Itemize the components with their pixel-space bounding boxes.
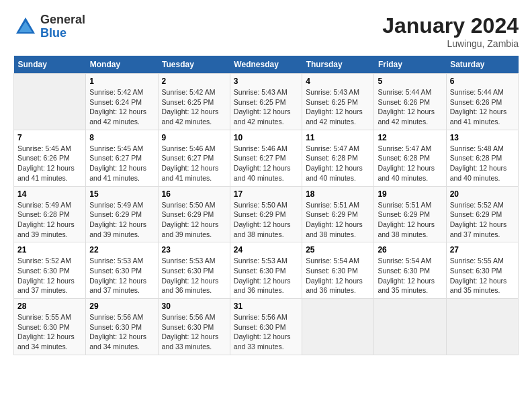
day-info: Sunrise: 5:42 AMSunset: 6:24 PMDaylight:… [89, 87, 154, 127]
day-number: 14 [17, 189, 82, 199]
day-info: Sunrise: 5:47 AMSunset: 6:28 PMDaylight:… [306, 144, 370, 183]
day-cell-3: 3Sunrise: 5:43 AMSunset: 6:25 PMDaylight… [230, 74, 302, 130]
day-number: 28 [17, 302, 82, 311]
day-info: Sunrise: 5:55 AMSunset: 6:30 PMDaylight:… [17, 312, 82, 352]
empty-cell [446, 299, 518, 355]
day-number: 19 [378, 189, 442, 199]
header-cell-tuesday: Tuesday [158, 56, 230, 74]
day-cell-10: 10Sunrise: 5:46 AMSunset: 6:27 PMDayligh… [230, 130, 302, 186]
day-info: Sunrise: 5:46 AMSunset: 6:27 PMDaylight:… [234, 144, 298, 183]
day-cell-5: 5Sunrise: 5:44 AMSunset: 6:26 PMDaylight… [374, 74, 446, 130]
day-number: 26 [378, 245, 442, 255]
day-cell-9: 9Sunrise: 5:46 AMSunset: 6:27 PMDaylight… [158, 130, 230, 186]
day-info: Sunrise: 5:56 AMSunset: 6:30 PMDaylight:… [162, 312, 226, 352]
day-cell-6: 6Sunrise: 5:44 AMSunset: 6:26 PMDaylight… [446, 74, 518, 130]
day-cell-1: 1Sunrise: 5:42 AMSunset: 6:24 PMDaylight… [86, 74, 158, 130]
day-cell-29: 29Sunrise: 5:56 AMSunset: 6:30 PMDayligh… [86, 299, 158, 355]
day-number: 12 [378, 133, 442, 142]
day-info: Sunrise: 5:56 AMSunset: 6:30 PMDaylight:… [234, 312, 298, 352]
day-cell-19: 19Sunrise: 5:51 AMSunset: 6:29 PMDayligh… [374, 186, 446, 242]
logo-general: General [40, 13, 85, 27]
day-info: Sunrise: 5:49 AMSunset: 6:29 PMDaylight:… [89, 200, 154, 240]
day-number: 2 [162, 77, 226, 86]
day-cell-11: 11Sunrise: 5:47 AMSunset: 6:28 PMDayligh… [302, 130, 374, 186]
day-cell-26: 26Sunrise: 5:54 AMSunset: 6:30 PMDayligh… [374, 242, 446, 299]
day-info: Sunrise: 5:44 AMSunset: 6:26 PMDaylight:… [378, 87, 442, 127]
day-cell-25: 25Sunrise: 5:54 AMSunset: 6:30 PMDayligh… [302, 242, 374, 299]
day-info: Sunrise: 5:44 AMSunset: 6:26 PMDaylight:… [450, 87, 515, 127]
title-block: January 2024 Luwingu, Zambia [382, 13, 519, 49]
day-cell-13: 13Sunrise: 5:48 AMSunset: 6:28 PMDayligh… [446, 130, 518, 186]
header-cell-thursday: Thursday [302, 56, 374, 74]
day-number: 30 [162, 302, 226, 311]
header-row: SundayMondayTuesdayWednesdayThursdayFrid… [14, 56, 519, 74]
day-cell-8: 8Sunrise: 5:45 AMSunset: 6:27 PMDaylight… [86, 130, 158, 186]
empty-cell [374, 299, 446, 355]
day-cell-23: 23Sunrise: 5:53 AMSunset: 6:30 PMDayligh… [158, 242, 230, 299]
day-info: Sunrise: 5:53 AMSunset: 6:30 PMDaylight:… [234, 256, 298, 295]
day-number: 13 [450, 133, 515, 142]
day-number: 1 [89, 77, 154, 86]
logo-icon [13, 15, 38, 39]
header-cell-sunday: Sunday [14, 56, 86, 74]
day-cell-15: 15Sunrise: 5:49 AMSunset: 6:29 PMDayligh… [86, 186, 158, 242]
day-cell-7: 7Sunrise: 5:45 AMSunset: 6:26 PMDaylight… [14, 130, 86, 186]
day-cell-17: 17Sunrise: 5:50 AMSunset: 6:29 PMDayligh… [230, 186, 302, 242]
day-cell-20: 20Sunrise: 5:52 AMSunset: 6:29 PMDayligh… [446, 186, 518, 242]
day-cell-24: 24Sunrise: 5:53 AMSunset: 6:30 PMDayligh… [230, 242, 302, 299]
empty-cell [302, 299, 374, 355]
week-row-5: 28Sunrise: 5:55 AMSunset: 6:30 PMDayligh… [14, 299, 519, 355]
day-cell-28: 28Sunrise: 5:55 AMSunset: 6:30 PMDayligh… [14, 299, 86, 355]
day-number: 27 [450, 245, 515, 255]
day-number: 4 [306, 77, 370, 86]
calendar-table: SundayMondayTuesdayWednesdayThursdayFrid… [13, 56, 519, 355]
day-cell-31: 31Sunrise: 5:56 AMSunset: 6:30 PMDayligh… [230, 299, 302, 355]
day-cell-21: 21Sunrise: 5:52 AMSunset: 6:30 PMDayligh… [14, 242, 86, 299]
day-number: 15 [89, 189, 154, 199]
header-cell-wednesday: Wednesday [230, 56, 302, 74]
day-number: 31 [234, 302, 298, 311]
day-number: 6 [450, 77, 515, 86]
week-row-1: 1Sunrise: 5:42 AMSunset: 6:24 PMDaylight… [14, 74, 519, 130]
day-cell-4: 4Sunrise: 5:43 AMSunset: 6:25 PMDaylight… [302, 74, 374, 130]
day-info: Sunrise: 5:50 AMSunset: 6:29 PMDaylight:… [162, 200, 226, 240]
day-number: 7 [17, 133, 82, 142]
day-number: 16 [162, 189, 226, 199]
day-info: Sunrise: 5:56 AMSunset: 6:30 PMDaylight:… [89, 312, 154, 352]
day-cell-27: 27Sunrise: 5:55 AMSunset: 6:30 PMDayligh… [446, 242, 518, 299]
location: Luwingu, Zambia [382, 38, 519, 49]
day-info: Sunrise: 5:43 AMSunset: 6:25 PMDaylight:… [234, 87, 298, 127]
day-info: Sunrise: 5:48 AMSunset: 6:28 PMDaylight:… [450, 144, 515, 183]
day-cell-18: 18Sunrise: 5:51 AMSunset: 6:29 PMDayligh… [302, 186, 374, 242]
day-info: Sunrise: 5:54 AMSunset: 6:30 PMDaylight:… [306, 256, 370, 295]
day-info: Sunrise: 5:49 AMSunset: 6:28 PMDaylight:… [17, 200, 82, 240]
day-info: Sunrise: 5:51 AMSunset: 6:29 PMDaylight:… [378, 200, 442, 240]
header-cell-monday: Monday [86, 56, 158, 74]
header-cell-saturday: Saturday [446, 56, 518, 74]
day-number: 9 [162, 133, 226, 142]
day-cell-30: 30Sunrise: 5:56 AMSunset: 6:30 PMDayligh… [158, 299, 230, 355]
day-number: 8 [89, 133, 154, 142]
logo-text: General Blue [40, 13, 85, 40]
day-cell-16: 16Sunrise: 5:50 AMSunset: 6:29 PMDayligh… [158, 186, 230, 242]
empty-cell [14, 74, 86, 130]
day-number: 10 [234, 133, 298, 142]
page-header: General Blue January 2024 Luwingu, Zambi… [13, 13, 519, 49]
day-number: 18 [306, 189, 370, 199]
day-info: Sunrise: 5:52 AMSunset: 6:30 PMDaylight:… [17, 256, 82, 295]
header-cell-friday: Friday [374, 56, 446, 74]
day-number: 25 [306, 245, 370, 255]
day-info: Sunrise: 5:45 AMSunset: 6:26 PMDaylight:… [17, 144, 82, 183]
day-info: Sunrise: 5:47 AMSunset: 6:28 PMDaylight:… [378, 144, 442, 183]
day-info: Sunrise: 5:46 AMSunset: 6:27 PMDaylight:… [162, 144, 226, 183]
day-number: 22 [89, 245, 154, 255]
logo: General Blue [13, 13, 85, 40]
day-cell-14: 14Sunrise: 5:49 AMSunset: 6:28 PMDayligh… [14, 186, 86, 242]
day-info: Sunrise: 5:50 AMSunset: 6:29 PMDaylight:… [234, 200, 298, 240]
month-title: January 2024 [382, 13, 519, 38]
day-number: 3 [234, 77, 298, 86]
day-info: Sunrise: 5:42 AMSunset: 6:25 PMDaylight:… [162, 87, 226, 127]
day-info: Sunrise: 5:45 AMSunset: 6:27 PMDaylight:… [89, 144, 154, 183]
logo-blue: Blue [40, 27, 85, 40]
day-number: 5 [378, 77, 442, 86]
